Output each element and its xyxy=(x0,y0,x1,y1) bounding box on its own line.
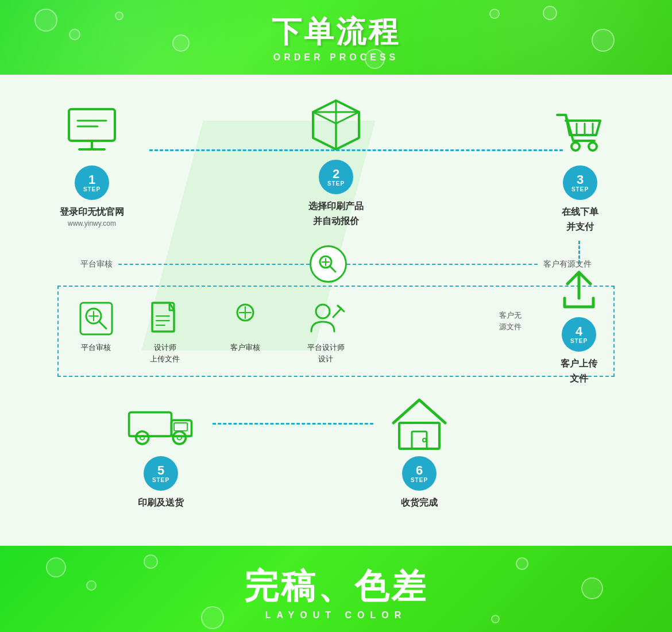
step-3-text: 在线下单 并支付 xyxy=(562,205,598,234)
step-4-badge: 4 STEP xyxy=(562,317,596,352)
customer-no-source: 客户无 源文件 xyxy=(499,310,522,332)
step-4-upload: 4 STEP 客户上传 文件 xyxy=(556,241,602,386)
step-2: 2 STEP 选择印刷产品 并自动报价 xyxy=(302,98,370,228)
bottom-row: 5 STEP 印刷及送货 xyxy=(34,383,638,522)
step-6-label: STEP xyxy=(411,477,428,483)
platform-label: 平台审核 xyxy=(80,259,113,269)
step-2-number: 2 xyxy=(333,168,339,180)
step-5: 5 STEP 印刷及送货 xyxy=(126,394,195,510)
step-1-label: STEP xyxy=(83,186,101,192)
platform-review-row: 平台审核 客户有源文件 xyxy=(34,245,638,283)
house-icon xyxy=(385,394,454,452)
svg-point-10 xyxy=(589,142,597,151)
step-1: 1 STEP 登录印无忧官网 www.yinwy.com xyxy=(57,103,126,228)
svg-rect-36 xyxy=(174,423,187,431)
customer-review-icon xyxy=(225,298,265,338)
platform-audit-icon xyxy=(76,298,116,338)
connector-line-bottom xyxy=(213,423,373,425)
bubble-deco xyxy=(46,557,66,577)
svg-point-46 xyxy=(423,438,426,442)
step-6-text: 收货完成 xyxy=(401,495,438,510)
bubble-deco xyxy=(592,29,615,52)
sub-step-customer-review: 客户审核 xyxy=(225,298,265,353)
bubble-deco xyxy=(543,6,557,20)
svg-line-15 xyxy=(330,266,335,272)
step-1-text: 登录印无忧官网 www.yinwy.com xyxy=(60,205,124,228)
main-content: 1 STEP 登录印无忧官网 www.yinwy.com xyxy=(0,75,672,546)
svg-rect-44 xyxy=(399,423,439,449)
step-6-number: 6 xyxy=(416,464,423,477)
sub-step-platform: 平台审核 xyxy=(76,298,116,353)
step-4-label: STEP xyxy=(570,338,588,344)
bubble-deco xyxy=(489,9,500,19)
upload-arrow-icon xyxy=(556,267,602,313)
step-2-badge: 2 STEP xyxy=(319,160,353,194)
svg-point-9 xyxy=(571,142,580,151)
bubble-deco xyxy=(69,29,80,40)
svg-line-33 xyxy=(338,306,341,309)
footer-banner: 完稿、色差 LAYOUT COLOR xyxy=(0,546,672,632)
footer-title: 完稿、色差 xyxy=(244,564,428,610)
step-6: 6 STEP 收货完成 xyxy=(385,394,454,510)
footer-subtitle: LAYOUT COLOR xyxy=(265,610,407,621)
bubble-deco xyxy=(86,580,96,591)
step-5-number: 5 xyxy=(157,464,164,477)
step-6-badge: 6 STEP xyxy=(402,456,437,491)
bubble-deco xyxy=(115,11,123,20)
page-subtitle: ORDER PROCESS xyxy=(273,52,399,63)
step-3-label: STEP xyxy=(571,186,589,192)
step-5-text: 印刷及送货 xyxy=(138,495,184,510)
svg-rect-18 xyxy=(80,303,112,334)
step-3-number: 3 xyxy=(577,174,584,186)
step-2-label: STEP xyxy=(327,180,345,187)
step-4-text: 客户上传 文件 xyxy=(561,356,597,386)
svg-rect-0 xyxy=(69,109,115,141)
review-icon xyxy=(310,245,347,283)
bubble-deco xyxy=(34,9,57,32)
top-row: 1 STEP 登录印无忧官网 www.yinwy.com xyxy=(34,92,638,240)
page-title: 下单流程 xyxy=(272,12,400,52)
header-banner: 下单流程 ORDER PROCESS xyxy=(0,0,672,75)
step-1-badge: 1 STEP xyxy=(75,165,109,200)
step-5-badge: 5 STEP xyxy=(144,456,178,491)
bubble-deco xyxy=(516,557,528,570)
middle-section: 平台审核 客户有源文件 xyxy=(34,245,638,377)
bubble-deco xyxy=(201,606,224,629)
step-1-number: 1 xyxy=(88,174,95,186)
bubble-deco xyxy=(581,577,603,599)
upload-file-icon xyxy=(145,298,185,338)
cart-icon xyxy=(546,103,615,161)
designer-icon xyxy=(306,298,346,338)
bubble-deco xyxy=(172,34,190,52)
step-2-text: 选择印刷产品 并自动报价 xyxy=(308,199,364,228)
svg-line-20 xyxy=(99,321,106,329)
step-3: 3 STEP 在线下单 并支付 xyxy=(546,103,615,234)
svg-rect-45 xyxy=(412,431,427,449)
vertical-connector xyxy=(578,241,580,264)
svg-line-31 xyxy=(333,309,341,317)
sub-step-platform-designer: 平台设计师 设计 xyxy=(306,298,346,364)
step-4-number: 4 xyxy=(576,325,582,338)
bubble-deco xyxy=(144,554,158,569)
svg-point-37 xyxy=(136,431,149,444)
svg-rect-34 xyxy=(129,413,172,437)
step-5-label: STEP xyxy=(152,477,169,483)
connector-left xyxy=(118,264,310,265)
svg-point-30 xyxy=(316,305,330,318)
truck-icon xyxy=(126,394,195,452)
sub-step-designer: 设计师 上传文件 xyxy=(145,298,185,364)
svg-point-39 xyxy=(173,431,186,444)
sub-process-row: 平台审核 设计师 上传文件 xyxy=(59,287,613,376)
bubble-deco xyxy=(491,615,500,623)
monitor-icon xyxy=(57,103,126,161)
connector-right xyxy=(347,264,538,265)
process-border: 平台审核 设计师 上传文件 xyxy=(57,286,615,377)
box-icon xyxy=(302,98,370,155)
step-3-badge: 3 STEP xyxy=(563,165,597,200)
svg-rect-23 xyxy=(152,303,174,332)
